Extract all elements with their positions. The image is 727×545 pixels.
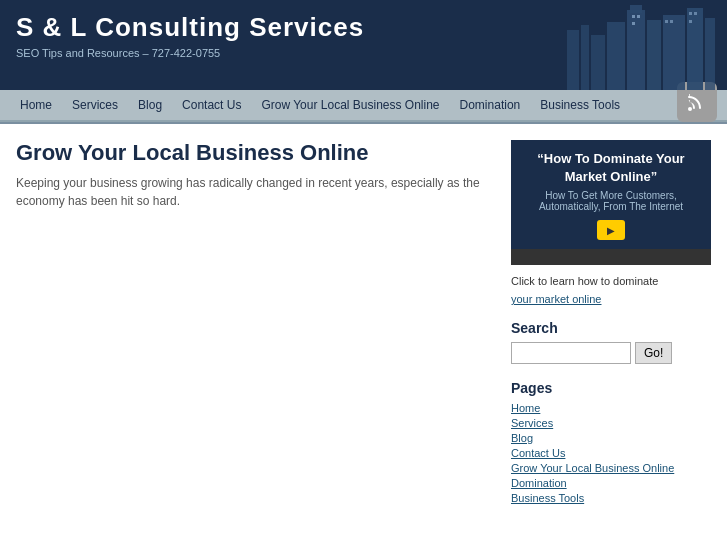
- search-input[interactable]: [511, 342, 631, 364]
- svg-point-18: [688, 107, 692, 111]
- search-row: Go!: [511, 342, 711, 364]
- nav-contact[interactable]: Contact Us: [172, 92, 251, 118]
- page-link[interactable]: Grow Your Local Business Online: [511, 462, 711, 474]
- svg-rect-14: [670, 20, 673, 23]
- page-heading: Grow Your Local Business Online: [16, 140, 491, 166]
- svg-rect-12: [632, 22, 635, 25]
- content-area: Grow Your Local Business Online Keeping …: [16, 140, 491, 507]
- svg-rect-8: [591, 35, 605, 90]
- nav-domination[interactable]: Domination: [450, 92, 531, 118]
- svg-rect-17: [689, 20, 692, 23]
- site-header: S & L Consulting Services SEO Tips and R…: [0, 0, 727, 90]
- nav-grow[interactable]: Grow Your Local Business Online: [251, 92, 449, 118]
- pages-section: Pages HomeServicesBlogContact UsGrow You…: [511, 380, 711, 504]
- page-intro: Keeping your business growing has radica…: [16, 174, 491, 210]
- pages-list: HomeServicesBlogContact UsGrow Your Loca…: [511, 402, 711, 504]
- video-subtitle: How To Get More Customers, Automatically…: [521, 190, 701, 212]
- search-label: Search: [511, 320, 711, 336]
- video-title: “How To Dominate Your Market Online”: [521, 150, 701, 186]
- skyline-illustration: [307, 0, 727, 90]
- svg-rect-16: [694, 12, 697, 15]
- nav-services[interactable]: Services: [62, 92, 128, 118]
- sidebar: “How To Dominate Your Market Online” How…: [511, 140, 711, 507]
- video-play-button[interactable]: [597, 220, 625, 240]
- svg-rect-7: [581, 25, 589, 90]
- svg-rect-0: [627, 10, 645, 90]
- svg-rect-11: [637, 15, 640, 18]
- svg-rect-10: [632, 15, 635, 18]
- page-link[interactable]: Domination: [511, 477, 711, 489]
- nav-blog[interactable]: Blog: [128, 92, 172, 118]
- video-bottom-bar: [511, 249, 711, 265]
- nav-home[interactable]: Home: [10, 92, 62, 118]
- svg-rect-15: [689, 12, 692, 15]
- video-link[interactable]: your market online: [511, 293, 602, 305]
- svg-rect-3: [663, 15, 685, 90]
- video-caption: Click to learn how to dominate: [511, 275, 711, 287]
- svg-rect-2: [647, 20, 661, 90]
- search-section: Search Go!: [511, 320, 711, 364]
- navbar: Home Services Blog Contact Us Grow Your …: [0, 90, 727, 122]
- video-box[interactable]: “How To Dominate Your Market Online” How…: [511, 140, 711, 265]
- page-link[interactable]: Contact Us: [511, 447, 711, 459]
- site-title: S & L Consulting Services: [16, 12, 364, 43]
- svg-rect-9: [607, 22, 625, 90]
- page-link[interactable]: Services: [511, 417, 711, 429]
- pages-label: Pages: [511, 380, 711, 396]
- site-tagline: SEO Tips and Resources – 727-422-0755: [16, 47, 364, 59]
- nav-tools[interactable]: Business Tools: [530, 92, 630, 118]
- svg-rect-5: [705, 18, 715, 90]
- search-button[interactable]: Go!: [635, 342, 672, 364]
- main-layout: Grow Your Local Business Online Keeping …: [0, 124, 727, 523]
- page-link[interactable]: Blog: [511, 432, 711, 444]
- svg-rect-13: [665, 20, 668, 23]
- svg-rect-1: [630, 5, 642, 13]
- page-link[interactable]: Business Tools: [511, 492, 711, 504]
- page-link[interactable]: Home: [511, 402, 711, 414]
- svg-rect-6: [567, 30, 579, 90]
